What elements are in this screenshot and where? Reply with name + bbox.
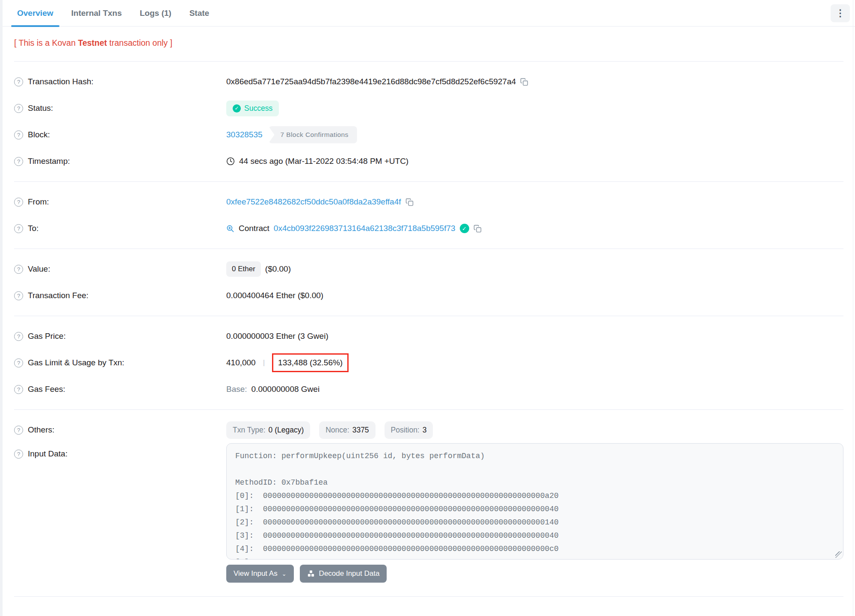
timestamp-value: 44 secs ago (Mar-11-2022 03:54:48 PM +UT… xyxy=(239,157,408,166)
nonce-badge-label: Nonce: xyxy=(325,426,349,435)
row-others: ? Others: Txn Type: 0 (Legacy) Nonce: 33… xyxy=(14,417,843,443)
tab-overview[interactable]: Overview xyxy=(11,0,59,27)
help-icon[interactable]: ? xyxy=(14,224,23,233)
section-addresses: ? From: 0xfee7522e8482682cf50ddc50a0f8da… xyxy=(14,182,843,249)
to-label: To: xyxy=(28,224,38,233)
gas-usage-value: 133,488 (32.56%) xyxy=(278,358,343,367)
gas-limit-label: Gas Limit & Usage by Txn: xyxy=(28,358,124,367)
row-value: ? Value: 0 Ether ($0.00) xyxy=(14,256,843,282)
check-icon: ✓ xyxy=(233,104,241,113)
status-label: Status: xyxy=(28,104,53,113)
warning-text: [ This is a Kovan xyxy=(14,38,78,47)
magnifier-plus-icon[interactable] xyxy=(226,225,234,233)
section-overview-top: ? Transaction Hash: 0x86ed5a771e725aa94d… xyxy=(14,62,843,182)
help-icon[interactable]: ? xyxy=(14,450,23,459)
gas-usage-highlight-box: 133,488 (32.56%) xyxy=(272,353,349,372)
warning-text-suffix: transaction only ] xyxy=(107,38,172,47)
row-from: ? From: 0xfee7522e8482682cf50ddc50a0f8da… xyxy=(14,189,843,215)
value-amount-badge: 0 Ether xyxy=(226,261,261,277)
view-input-as-label: View Input As xyxy=(234,569,278,578)
help-icon[interactable]: ? xyxy=(14,426,23,435)
gas-limit-value: 410,000 xyxy=(226,358,256,367)
gas-fees-base-value: 0.000000008 Gwei xyxy=(251,385,320,394)
transaction-card: Overview Internal Txns Logs (1) State ⋮ … xyxy=(3,0,855,597)
gas-limit-separator: | xyxy=(263,358,265,367)
page-scrollbar-track[interactable] xyxy=(853,0,853,616)
position-badge: Position: 3 xyxy=(385,421,433,439)
copy-to-address-button[interactable] xyxy=(473,225,482,233)
help-icon[interactable]: ? xyxy=(14,358,23,367)
help-icon[interactable]: ? xyxy=(14,77,23,86)
row-gas-limit-usage: ? Gas Limit & Usage by Txn: 410,000 | 13… xyxy=(14,349,843,376)
help-icon[interactable]: ? xyxy=(14,198,23,207)
others-label: Others: xyxy=(28,425,54,435)
input-data-box[interactable]: Function: performUpkeep(uint256 id, byte… xyxy=(226,443,843,560)
resize-handle[interactable] xyxy=(835,551,842,558)
window-left-edge xyxy=(0,0,3,616)
status-badge-text: Success xyxy=(244,104,272,113)
transaction-hash-value: 0x86ed5a771e725aa94d5b7fa2398e4419e216d8… xyxy=(226,77,516,86)
transaction-fee-label: Transaction Fee: xyxy=(28,291,89,300)
tab-internal-txns[interactable]: Internal Txns xyxy=(65,0,128,27)
help-icon[interactable]: ? xyxy=(14,291,23,300)
row-timestamp: ? Timestamp: 44 secs ago (Mar-11-2022 03… xyxy=(14,148,843,175)
nonce-badge-value: 3375 xyxy=(352,426,369,435)
txn-type-badge-label: Txn Type: xyxy=(233,426,266,435)
help-icon[interactable]: ? xyxy=(14,104,23,113)
section-value: ? Value: 0 Ether ($0.00) ? Transaction F… xyxy=(14,249,843,316)
decode-input-data-button[interactable]: Decode Input Data xyxy=(300,565,387,583)
warning-bold-text: Testnet xyxy=(78,38,107,47)
input-data-label: Input Data: xyxy=(28,449,68,459)
more-options-button[interactable]: ⋮ xyxy=(831,4,850,22)
from-address-link[interactable]: 0xfee7522e8482682cf50ddc50a0f8da2a39effa… xyxy=(226,197,401,207)
to-contract-label: Contract xyxy=(239,224,269,233)
cubes-icon xyxy=(307,570,315,578)
tab-bar: Overview Internal Txns Logs (1) State ⋮ xyxy=(3,0,855,27)
txn-type-badge: Txn Type: 0 (Legacy) xyxy=(226,421,310,439)
row-transaction-fee: ? Transaction Fee: 0.000400464 Ether ($0… xyxy=(14,282,843,309)
block-label: Block: xyxy=(28,130,50,139)
input-data-actions: View Input As ⌄ Decode Input Data xyxy=(226,565,843,583)
to-address-link[interactable]: 0x4cb093f226983713164a62138c3f718a5b595f… xyxy=(274,224,456,233)
row-transaction-hash: ? Transaction Hash: 0x86ed5a771e725aa94d… xyxy=(14,68,843,95)
verified-contract-check-icon: ✓ xyxy=(460,224,469,233)
chevron-down-icon: ⌄ xyxy=(282,571,287,577)
value-usd: ($0.00) xyxy=(265,264,291,274)
copy-icon xyxy=(473,225,482,233)
help-icon[interactable]: ? xyxy=(14,130,23,139)
decode-input-data-label: Decode Input Data xyxy=(319,569,380,578)
section-gas: ? Gas Price: 0.000000003 Ether (3 Gwei) … xyxy=(14,316,843,410)
gas-fees-base-label: Base: xyxy=(226,385,247,394)
tab-state[interactable]: State xyxy=(183,0,215,27)
status-badge: ✓ Success xyxy=(226,101,279,116)
nonce-badge: Nonce: 3375 xyxy=(319,421,375,439)
txn-type-badge-value: 0 (Legacy) xyxy=(269,426,304,435)
row-block: ? Block: 30328535 7 Block Confirmations xyxy=(14,121,843,148)
position-badge-value: 3 xyxy=(423,426,427,435)
card-body: [ This is a Kovan Testnet transaction on… xyxy=(3,27,855,597)
block-number-link[interactable]: 30328535 xyxy=(226,130,263,139)
help-icon[interactable]: ? xyxy=(14,385,23,394)
gas-price-value: 0.000000003 Ether (3 Gwei) xyxy=(226,332,328,341)
tab-logs[interactable]: Logs (1) xyxy=(134,0,178,27)
input-data-content[interactable]: Function: performUpkeep(uint256 id, byte… xyxy=(235,450,834,560)
kebab-icon: ⋮ xyxy=(836,8,845,19)
copy-icon xyxy=(405,198,414,206)
clock-icon xyxy=(226,157,235,166)
copy-icon xyxy=(520,78,528,86)
transaction-hash-label: Transaction Hash: xyxy=(28,77,93,86)
from-label: From: xyxy=(28,197,49,207)
help-icon[interactable]: ? xyxy=(14,332,23,341)
gas-price-label: Gas Price: xyxy=(28,332,66,341)
copy-from-address-button[interactable] xyxy=(405,198,414,206)
block-confirmations-badge: 7 Block Confirmations xyxy=(269,126,357,143)
testnet-warning: [ This is a Kovan Testnet transaction on… xyxy=(14,27,843,62)
gas-fees-label: Gas Fees: xyxy=(28,385,65,394)
help-icon[interactable]: ? xyxy=(14,265,23,274)
copy-hash-button[interactable] xyxy=(520,78,528,86)
row-input-data: ? Input Data: Function: performUpkeep(ui… xyxy=(14,443,843,560)
view-input-as-button[interactable]: View Input As ⌄ xyxy=(226,565,294,583)
row-status: ? Status: ✓ Success xyxy=(14,95,843,121)
timestamp-label: Timestamp: xyxy=(28,157,70,166)
help-icon[interactable]: ? xyxy=(14,157,23,166)
